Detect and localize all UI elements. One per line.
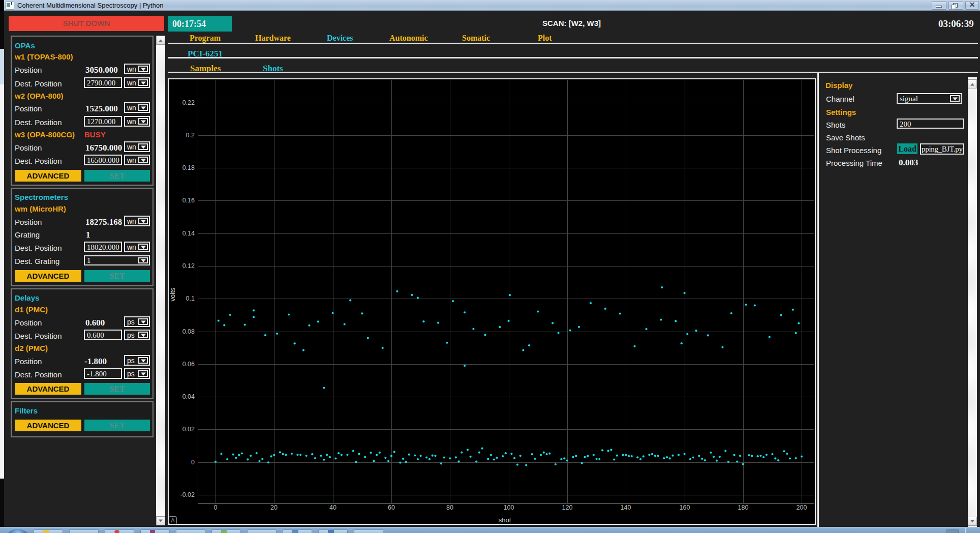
svg-text:0.02: 0.02 (182, 426, 195, 433)
svg-text:0: 0 (214, 504, 218, 511)
svg-text:20: 20 (270, 504, 278, 511)
svg-text:volts: volts (169, 287, 176, 301)
svg-text:0.22: 0.22 (182, 99, 195, 106)
svg-text:100: 100 (504, 504, 514, 511)
svg-text:0.1: 0.1 (186, 295, 195, 302)
svg-text:40: 40 (329, 504, 336, 511)
svg-text:0.18: 0.18 (182, 164, 195, 171)
svg-text:0.14: 0.14 (182, 230, 195, 237)
svg-text:0.08: 0.08 (182, 328, 195, 335)
svg-text:0.12: 0.12 (182, 262, 195, 270)
svg-text:80: 80 (446, 504, 453, 511)
svg-text:120: 120 (562, 504, 573, 511)
svg-text:60: 60 (388, 504, 395, 511)
svg-text:160: 160 (680, 504, 690, 511)
svg-text:180: 180 (738, 504, 749, 511)
svg-text:0.04: 0.04 (182, 393, 195, 400)
svg-text:shot: shot (499, 516, 511, 524)
svg-text:0.06: 0.06 (182, 361, 195, 368)
svg-text:0: 0 (191, 459, 195, 466)
svg-text:0.16: 0.16 (182, 197, 195, 204)
svg-text:0.2: 0.2 (186, 132, 195, 139)
svg-text:140: 140 (621, 504, 631, 511)
svg-text:-0.02: -0.02 (180, 491, 195, 498)
svg-text:200: 200 (797, 504, 807, 511)
